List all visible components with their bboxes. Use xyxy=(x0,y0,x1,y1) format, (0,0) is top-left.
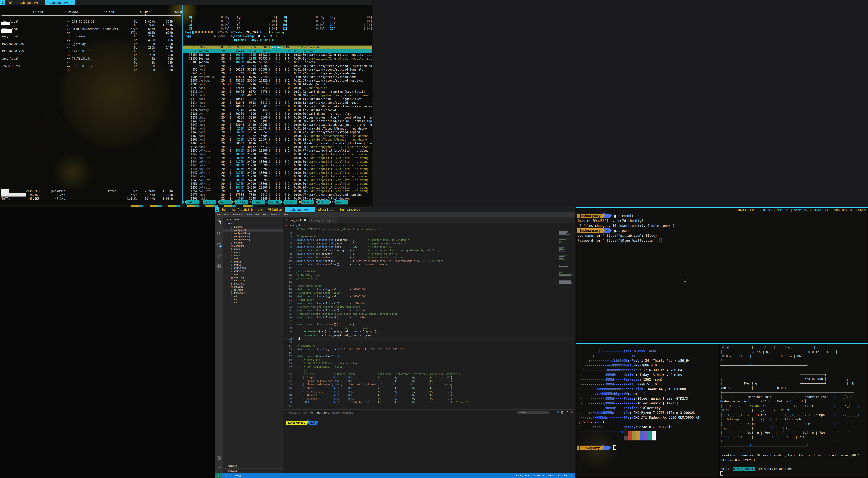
iftop-pane[interactable]: 12.5Kb25.0Kb37.5Kb50.0Kb62.5Kbsuvy.local… xyxy=(0,5,182,204)
code-line[interactable]: 46 { "obs", NULL, NULL, 2, 0, 0, 0, -1 }… xyxy=(283,386,575,390)
code-line[interactable]: 31 [SchemeSel] = { col_gray4, col_cyan, … xyxy=(283,334,575,337)
code-line[interactable]: 35static const char *tags[] = { "1", "2"… xyxy=(283,347,575,351)
file-item[interactable]: ››patches xyxy=(223,226,283,229)
account-icon[interactable] xyxy=(215,453,223,462)
status-item[interactable]: Ln 32, Col 3 xyxy=(516,473,529,478)
file-item[interactable]: Cutil.c xyxy=(223,295,283,298)
process-row[interactable]: 1251polkitd2002875M2420018896S0.00.10:00… xyxy=(183,186,372,190)
process-row[interactable]: 70152joshua2001924M103M66432S0.70.60:02.… xyxy=(183,53,372,57)
explorer-icon[interactable] xyxy=(215,218,223,227)
file-item[interactable]: ≡dwm.o xyxy=(223,273,283,276)
code-line[interactable]: 25//top bar second (default blue) color … xyxy=(283,312,575,316)
file-item[interactable]: ≡config.def.h.rej xyxy=(223,238,283,241)
code-line[interactable]: 15// 343136 gray xyxy=(283,277,575,280)
terminal-window-tab[interactable]: joshua@suvy: ~ xyxy=(45,0,75,5)
code-line[interactable]: 24static const char col_gray4[] = "#3431… xyxy=(283,309,575,312)
process-row[interactable]: 1248polkitd2002875M2420018896S0.00.10:00… xyxy=(183,174,372,178)
code-line[interactable]: 14// fbd308 yellow xyxy=(283,274,575,277)
menu-view[interactable]: View xyxy=(244,213,254,216)
file-item[interactable]: ▣dwm.png xyxy=(223,276,283,279)
process-row[interactable]: 1146root200820M125248852S0.00.10:00.77/u… xyxy=(183,130,372,134)
process-row[interactable]: 1126avahi200402006960S0.00.00:00.00avahi… xyxy=(183,112,372,116)
process-row[interactable]: 1163root200258M1797215584S0.00.10:00.95/… xyxy=(183,134,372,138)
file-item[interactable]: Cdrw.h xyxy=(223,251,283,254)
process-row[interactable]: 1246polkitd2002875M2420018896S0.00.10:00… xyxy=(183,167,372,171)
code-line[interactable]: 6static const unsigned int snap = 32; /*… xyxy=(283,245,575,249)
terminal-window-tab[interactable]: joshua@suvy: ~ xyxy=(15,0,45,5)
menu-run[interactable]: Run xyxy=(260,213,269,216)
code-line[interactable]: 50 { NULL, NULL, "Event Tester", 0, 0, 0… xyxy=(283,401,575,404)
panel-tab-terminal[interactable]: TERMINAL xyxy=(317,410,329,416)
terminal-select[interactable]: 1: bash⌄ xyxy=(517,411,549,414)
iftop-row[interactable]: 192.168.0.255=> _gateway0b0b0b xyxy=(2,42,182,46)
code-line[interactable]: 51 xyxy=(283,404,575,408)
source-control-icon[interactable]: ● xyxy=(215,240,223,249)
code-line[interactable]: 1/* See LICENSE file for copyright and l… xyxy=(283,228,575,231)
new-terminal-icon[interactable]: ＋ xyxy=(551,410,554,414)
code-line[interactable]: 49 { "lxpolkit", NULL, NULL, 0, 1, 0, 0,… xyxy=(283,397,575,401)
process-row[interactable]: 70153joshua2001924M103M66432S0.70.60:00.… xyxy=(183,57,372,61)
code-line[interactable]: 30 [SchemeNorm] = { col_gray3, col_gray1… xyxy=(283,330,575,334)
code-line[interactable]: 16 xyxy=(283,280,575,284)
status-item[interactable]: LF xyxy=(557,473,560,478)
code-line[interactable]: 3/* appearance */ xyxy=(283,235,575,238)
code-line[interactable]: 34/* tagging */ xyxy=(283,344,575,348)
process-row[interactable]: 1110avahi2004047661725476S0.00.00:01.23a… xyxy=(183,90,372,94)
code-line[interactable]: 29 // fg bg border xyxy=(283,327,575,330)
file-item[interactable]: ≡dwm.1 xyxy=(223,260,283,264)
code-line[interactable]: 42 /* class instance title tags mask isf… xyxy=(283,372,575,376)
process-row[interactable]: 1113root200485121180410016S0.00.10:00.14… xyxy=(183,97,372,101)
file-item[interactable]: ≡dwm.c.rej xyxy=(223,270,283,273)
kill-terminal-icon[interactable]: 🗑 xyxy=(561,411,564,414)
process-row[interactable]: 1112root200130M4045216612S0.00.20:00.48/… xyxy=(183,94,372,97)
file-item[interactable]: Mconfig.mk xyxy=(223,244,283,248)
code-line[interactable]: 22static const char col_gray3[] = "#fbd3… xyxy=(283,302,575,305)
process-row[interactable]: 1165root200258M1797215584S0.00.10:00.04/… xyxy=(183,138,372,141)
process-row[interactable]: 70181joshua2001828M8671659956S0.70.50:01… xyxy=(183,60,372,64)
code-line[interactable]: 7static const int swallowfloating = 0; /… xyxy=(283,249,575,252)
split-terminal-icon[interactable]: ⌷⌷ xyxy=(555,411,559,414)
vscodium-window-tab[interactable]: joshua@suvy: ~ xyxy=(337,207,367,212)
menu-file[interactable]: File xyxy=(215,213,222,216)
process-table-header[interactable]: PIDUSERPRINIVIRTRESSHRSCPU%▽MEM%TIME+Com… xyxy=(183,45,372,49)
sync-icon[interactable]: ☁ xyxy=(229,473,232,478)
menu-help[interactable]: Help xyxy=(282,213,291,216)
code-line[interactable]: 11static const char dmenufont[] = "JetBr… xyxy=(283,263,575,267)
process-row[interactable]: 1463rtkit211160M35483248S0.00.00:00.98/u… xyxy=(183,197,372,201)
process-row[interactable]: 1141root200504761307610496S0.00.10:00.60… xyxy=(183,119,372,123)
status-item[interactable]: C++ xyxy=(562,473,567,478)
code-line[interactable]: 20static const char col_gray2[] = "#3431… xyxy=(283,295,575,298)
process-row[interactable]: 1091root16-43265622161616S0.00.00:00.01/… xyxy=(183,86,372,90)
run-debug-icon[interactable] xyxy=(215,251,223,260)
file-item[interactable]: Cdrw.c xyxy=(223,247,283,251)
git-terminal-pane[interactable]: joshua@suvy~ git commit -a[master 59ad36… xyxy=(576,212,868,343)
htop-pane[interactable]: 0[0.7%]1[0.0%]2[0.0%]3[0.7%]4[0.7%]5[0.0… xyxy=(183,5,372,204)
code-line[interactable]: 37static const Rule rules[] = { xyxy=(283,355,575,358)
process-row[interactable]: 1085systemd-o2001780487567820S0.00.17:30… xyxy=(183,75,372,79)
file-item[interactable]: MMakefile xyxy=(223,285,283,288)
code-line[interactable]: 2 xyxy=(283,231,575,235)
process-row[interactable]: 1086systemd-r200453562096412320S0.00.10:… xyxy=(183,79,372,82)
neofetch-pane[interactable]: /:-------------:\ :-------------------::… xyxy=(576,344,719,477)
process-row[interactable]: 1249polkitd2002875M2420018896S0.00.10:00… xyxy=(183,178,372,182)
process-row[interactable]: 70638joshua2001544456643768R2.00.00:01.6… xyxy=(183,49,372,53)
code-line[interactable]: 10static const char *fonts[] = { "JetBra… xyxy=(283,259,575,263)
menu-selection[interactable]: Selection xyxy=(230,213,244,216)
file-item[interactable]: Cutil.h xyxy=(223,298,283,301)
process-row[interactable]: 1245polkitd2002875M2420018896S0.00.10:00… xyxy=(183,164,372,167)
code-line[interactable]: 28static const char *colors[][3] = { xyxy=(283,323,575,327)
code-line[interactable]: 21//font color xyxy=(283,298,575,302)
editor-tab[interactable]: ≡config.def.h.rej✕ xyxy=(309,217,337,224)
code-line[interactable]: 19//inactive window border color xyxy=(283,291,575,295)
file-item[interactable]: Cfibonacci.c xyxy=(223,279,283,282)
code-line[interactable]: 40 * WM_NAME(STRING) = title xyxy=(283,365,575,369)
search-icon[interactable] xyxy=(215,229,223,238)
minimap[interactable] xyxy=(559,228,572,307)
code-line[interactable]: 32}; xyxy=(283,337,575,341)
weather-pane[interactable]: 6 mi │ /(___(__) 6 mi ││ 0.0 in | 0% │ 0… xyxy=(719,344,868,477)
vscodium-window-tab[interactable]: Alacritty xyxy=(315,207,336,212)
close-panel-icon[interactable]: ✕ xyxy=(570,410,573,414)
file-item[interactable]: Cdwm.c xyxy=(223,263,283,267)
status-item[interactable]: Tab Size: 4 xyxy=(532,473,544,478)
file-item[interactable]: Ctransient.c xyxy=(223,292,283,295)
